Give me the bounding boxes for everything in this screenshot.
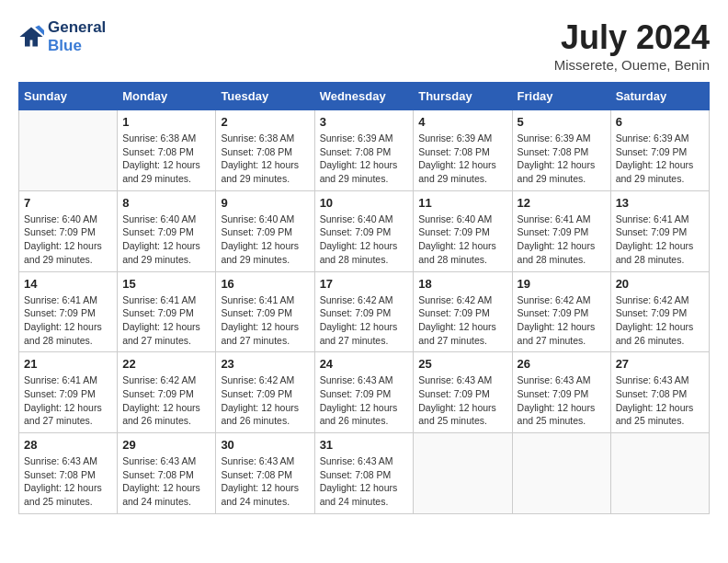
- table-row: 21Sunrise: 6:41 AM Sunset: 7:09 PM Dayli…: [19, 352, 118, 433]
- day-number: 28: [24, 438, 112, 452]
- table-row: 24Sunrise: 6:43 AM Sunset: 7:09 PM Dayli…: [314, 352, 414, 433]
- day-number: 18: [418, 277, 506, 291]
- day-info: Sunrise: 6:39 AM Sunset: 7:09 PM Dayligh…: [616, 132, 704, 186]
- table-row: 10Sunrise: 6:40 AM Sunset: 7:09 PM Dayli…: [314, 190, 414, 271]
- day-info: Sunrise: 6:42 AM Sunset: 7:09 PM Dayligh…: [616, 293, 704, 348]
- day-info: Sunrise: 6:43 AM Sunset: 7:08 PM Dayligh…: [122, 454, 210, 509]
- calendar-week-row: 21Sunrise: 6:41 AM Sunset: 7:09 PM Dayli…: [19, 352, 710, 433]
- day-number: 19: [518, 277, 606, 291]
- table-row: 8Sunrise: 6:40 AM Sunset: 7:09 PM Daylig…: [118, 190, 216, 271]
- table-row: 3Sunrise: 6:39 AM Sunset: 7:08 PM Daylig…: [314, 110, 414, 191]
- day-info: Sunrise: 6:43 AM Sunset: 7:08 PM Dayligh…: [616, 373, 704, 428]
- table-row: 18Sunrise: 6:42 AM Sunset: 7:09 PM Dayli…: [414, 271, 512, 352]
- day-number: 15: [122, 277, 210, 291]
- table-row: 19Sunrise: 6:42 AM Sunset: 7:09 PM Dayli…: [512, 271, 610, 352]
- page-header: General Blue July 2024 Misserete, Oueme,…: [18, 18, 710, 73]
- table-row: 22Sunrise: 6:42 AM Sunset: 7:09 PM Dayli…: [118, 352, 216, 433]
- header-monday: Monday: [118, 83, 216, 110]
- day-number: 21: [24, 357, 112, 371]
- day-number: 1: [122, 115, 210, 129]
- day-info: Sunrise: 6:41 AM Sunset: 7:09 PM Dayligh…: [24, 373, 112, 428]
- day-info: Sunrise: 6:41 AM Sunset: 7:09 PM Dayligh…: [616, 213, 704, 267]
- day-info: Sunrise: 6:42 AM Sunset: 7:09 PM Dayligh…: [221, 373, 309, 428]
- day-number: 17: [320, 277, 409, 291]
- table-row: [512, 433, 610, 514]
- table-row: 29Sunrise: 6:43 AM Sunset: 7:08 PM Dayli…: [118, 433, 216, 514]
- day-info: Sunrise: 6:38 AM Sunset: 7:08 PM Dayligh…: [122, 132, 210, 186]
- table-row: 27Sunrise: 6:43 AM Sunset: 7:08 PM Dayli…: [610, 352, 709, 433]
- day-info: Sunrise: 6:40 AM Sunset: 7:09 PM Dayligh…: [418, 213, 506, 267]
- day-number: 9: [221, 196, 309, 210]
- day-info: Sunrise: 6:40 AM Sunset: 7:09 PM Dayligh…: [122, 213, 210, 267]
- day-number: 2: [221, 115, 309, 129]
- table-row: 11Sunrise: 6:40 AM Sunset: 7:09 PM Dayli…: [414, 190, 512, 271]
- day-info: Sunrise: 6:42 AM Sunset: 7:09 PM Dayligh…: [320, 293, 409, 348]
- day-number: 29: [122, 438, 210, 452]
- calendar-week-row: 7Sunrise: 6:40 AM Sunset: 7:09 PM Daylig…: [19, 190, 710, 271]
- table-row: 31Sunrise: 6:43 AM Sunset: 7:08 PM Dayli…: [314, 433, 414, 514]
- day-info: Sunrise: 6:40 AM Sunset: 7:09 PM Dayligh…: [320, 213, 409, 267]
- day-info: Sunrise: 6:39 AM Sunset: 7:08 PM Dayligh…: [518, 132, 606, 186]
- day-info: Sunrise: 6:43 AM Sunset: 7:08 PM Dayligh…: [24, 454, 112, 509]
- table-row: 17Sunrise: 6:42 AM Sunset: 7:09 PM Dayli…: [314, 271, 414, 352]
- month-year-title: July 2024: [554, 18, 710, 57]
- day-number: 4: [418, 115, 506, 129]
- table-row: [414, 433, 512, 514]
- calendar-week-row: 1Sunrise: 6:38 AM Sunset: 7:08 PM Daylig…: [19, 110, 710, 191]
- table-row: 6Sunrise: 6:39 AM Sunset: 7:09 PM Daylig…: [610, 110, 709, 191]
- header-thursday: Thursday: [414, 83, 512, 110]
- table-row: 14Sunrise: 6:41 AM Sunset: 7:09 PM Dayli…: [19, 271, 118, 352]
- table-row: 23Sunrise: 6:42 AM Sunset: 7:09 PM Dayli…: [216, 352, 314, 433]
- day-number: 12: [518, 196, 606, 210]
- day-info: Sunrise: 6:42 AM Sunset: 7:09 PM Dayligh…: [518, 293, 606, 348]
- table-row: 26Sunrise: 6:43 AM Sunset: 7:09 PM Dayli…: [512, 352, 610, 433]
- logo-icon: [18, 24, 44, 50]
- logo: General Blue: [18, 18, 106, 56]
- day-info: Sunrise: 6:43 AM Sunset: 7:09 PM Dayligh…: [320, 373, 409, 428]
- day-info: Sunrise: 6:40 AM Sunset: 7:09 PM Dayligh…: [221, 213, 309, 267]
- table-row: 7Sunrise: 6:40 AM Sunset: 7:09 PM Daylig…: [19, 190, 118, 271]
- table-row: 20Sunrise: 6:42 AM Sunset: 7:09 PM Dayli…: [610, 271, 709, 352]
- day-info: Sunrise: 6:39 AM Sunset: 7:08 PM Dayligh…: [418, 132, 506, 186]
- header-sunday: Sunday: [19, 83, 118, 110]
- day-info: Sunrise: 6:43 AM Sunset: 7:09 PM Dayligh…: [418, 373, 506, 428]
- logo-text: General Blue: [48, 18, 106, 56]
- day-info: Sunrise: 6:38 AM Sunset: 7:08 PM Dayligh…: [221, 132, 309, 186]
- day-number: 31: [320, 438, 409, 452]
- day-info: Sunrise: 6:42 AM Sunset: 7:09 PM Dayligh…: [418, 293, 506, 348]
- day-info: Sunrise: 6:40 AM Sunset: 7:09 PM Dayligh…: [24, 213, 112, 267]
- day-info: Sunrise: 6:41 AM Sunset: 7:09 PM Dayligh…: [24, 293, 112, 348]
- day-number: 22: [122, 357, 210, 371]
- day-info: Sunrise: 6:41 AM Sunset: 7:09 PM Dayligh…: [221, 293, 309, 348]
- day-number: 6: [616, 115, 704, 129]
- calendar-table: Sunday Monday Tuesday Wednesday Thursday…: [18, 82, 710, 514]
- table-row: 15Sunrise: 6:41 AM Sunset: 7:09 PM Dayli…: [118, 271, 216, 352]
- header-friday: Friday: [512, 83, 610, 110]
- table-row: [610, 433, 709, 514]
- header-tuesday: Tuesday: [216, 83, 314, 110]
- day-info: Sunrise: 6:43 AM Sunset: 7:08 PM Dayligh…: [221, 454, 309, 509]
- day-info: Sunrise: 6:42 AM Sunset: 7:09 PM Dayligh…: [122, 373, 210, 428]
- table-row: 5Sunrise: 6:39 AM Sunset: 7:08 PM Daylig…: [512, 110, 610, 191]
- day-number: 14: [24, 277, 112, 291]
- day-number: 5: [518, 115, 606, 129]
- day-number: 8: [122, 196, 210, 210]
- day-number: 3: [320, 115, 409, 129]
- day-number: 30: [221, 438, 309, 452]
- day-number: 24: [320, 357, 409, 371]
- day-number: 7: [24, 196, 112, 210]
- day-info: Sunrise: 6:39 AM Sunset: 7:08 PM Dayligh…: [320, 132, 409, 186]
- day-number: 23: [221, 357, 309, 371]
- weekday-header-row: Sunday Monday Tuesday Wednesday Thursday…: [19, 83, 710, 110]
- day-number: 26: [518, 357, 606, 371]
- table-row: 9Sunrise: 6:40 AM Sunset: 7:09 PM Daylig…: [216, 190, 314, 271]
- table-row: 30Sunrise: 6:43 AM Sunset: 7:08 PM Dayli…: [216, 433, 314, 514]
- table-row: 2Sunrise: 6:38 AM Sunset: 7:08 PM Daylig…: [216, 110, 314, 191]
- header-wednesday: Wednesday: [314, 83, 414, 110]
- table-row: [19, 110, 118, 191]
- day-number: 10: [320, 196, 409, 210]
- calendar-week-row: 28Sunrise: 6:43 AM Sunset: 7:08 PM Dayli…: [19, 433, 710, 514]
- table-row: 25Sunrise: 6:43 AM Sunset: 7:09 PM Dayli…: [414, 352, 512, 433]
- day-info: Sunrise: 6:41 AM Sunset: 7:09 PM Dayligh…: [518, 213, 606, 267]
- calendar-week-row: 14Sunrise: 6:41 AM Sunset: 7:09 PM Dayli…: [19, 271, 710, 352]
